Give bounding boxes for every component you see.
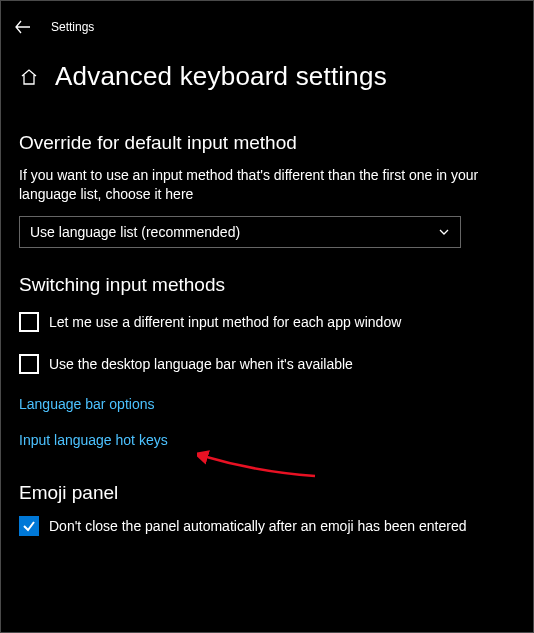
override-heading: Override for default input method <box>19 132 515 154</box>
desktop-lang-bar-label: Use the desktop language bar when it's a… <box>49 356 353 372</box>
emoji-heading: Emoji panel <box>19 482 515 504</box>
emoji-autoclose-row: Don't close the panel automatically afte… <box>19 516 515 536</box>
input-language-hotkeys-link[interactable]: Input language hot keys <box>19 432 515 448</box>
per-app-input-row: Let me use a different input method for … <box>19 312 515 332</box>
header: Advanced keyboard settings <box>1 41 533 102</box>
page-title: Advanced keyboard settings <box>55 61 387 92</box>
content: Override for default input method If you… <box>1 102 533 536</box>
topbar: Settings <box>1 1 533 41</box>
default-input-method-dropdown[interactable]: Use language list (recommended) <box>19 216 461 248</box>
language-bar-options-link[interactable]: Language bar options <box>19 396 515 412</box>
dropdown-value: Use language list (recommended) <box>30 224 240 240</box>
chevron-down-icon <box>438 226 450 238</box>
home-icon[interactable] <box>19 67 39 87</box>
emoji-autoclose-checkbox[interactable] <box>19 516 39 536</box>
switching-heading: Switching input methods <box>19 274 515 296</box>
desktop-lang-bar-row: Use the desktop language bar when it's a… <box>19 354 515 374</box>
per-app-input-label: Let me use a different input method for … <box>49 314 401 330</box>
back-icon[interactable] <box>15 19 31 35</box>
emoji-autoclose-label: Don't close the panel automatically afte… <box>49 518 466 534</box>
settings-window: Settings Advanced keyboard settings Over… <box>0 0 534 633</box>
settings-label: Settings <box>51 20 94 34</box>
desktop-lang-bar-checkbox[interactable] <box>19 354 39 374</box>
per-app-input-checkbox[interactable] <box>19 312 39 332</box>
override-description: If you want to use an input method that'… <box>19 166 489 204</box>
